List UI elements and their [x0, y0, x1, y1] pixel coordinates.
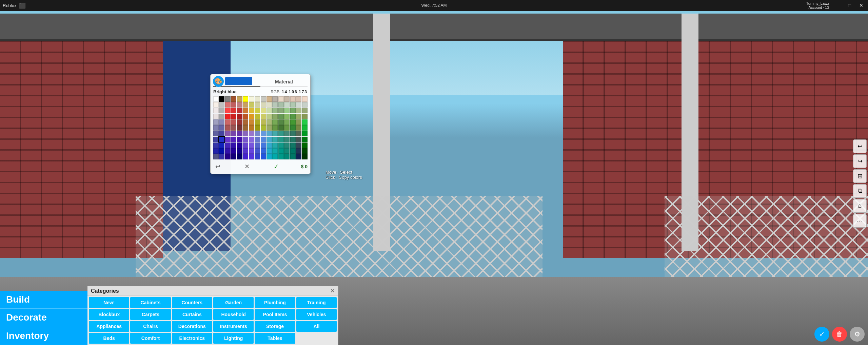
- color-cell-4-5[interactable]: [243, 119, 248, 125]
- close-button[interactable]: ✕: [857, 2, 865, 9]
- color-cell-5-5[interactable]: [243, 125, 248, 131]
- color-cell-6-6[interactable]: [249, 131, 254, 136]
- color-cell-5-7[interactable]: [255, 125, 260, 131]
- color-cell-2-0[interactable]: [213, 108, 219, 113]
- color-cell-1-7[interactable]: [255, 102, 260, 108]
- color-cell-5-10[interactable]: [272, 125, 278, 131]
- color-cell-9-5[interactable]: [243, 148, 248, 154]
- color-cell-8-3[interactable]: [231, 142, 236, 148]
- color-cell-9-9[interactable]: [267, 148, 272, 154]
- color-cell-7-9[interactable]: [267, 137, 272, 142]
- color-cell-0-3[interactable]: [231, 96, 236, 102]
- color-cell-7-6[interactable]: [249, 137, 254, 142]
- categories-close-button[interactable]: ✕: [330, 288, 335, 294]
- color-cell-5-2[interactable]: [225, 125, 231, 131]
- color-cell-8-5[interactable]: [243, 142, 248, 148]
- tab-material[interactable]: Material: [260, 77, 308, 87]
- color-cell-5-0[interactable]: [213, 125, 219, 131]
- category-button-pool-items[interactable]: Pool Items: [255, 309, 295, 320]
- color-cell-2-6[interactable]: [249, 108, 254, 113]
- color-cell-5-15[interactable]: [302, 125, 308, 131]
- category-button-instruments[interactable]: Instruments: [213, 321, 254, 332]
- color-cell-9-2[interactable]: [225, 148, 231, 154]
- cancel-color-button[interactable]: ✕: [242, 162, 252, 171]
- color-cell-4-8[interactable]: [261, 119, 266, 125]
- delete-bottom-button[interactable]: 🗑: [832, 327, 847, 342]
- category-button-decorations[interactable]: Decorations: [172, 321, 212, 332]
- color-cell-2-10[interactable]: [272, 108, 278, 113]
- color-cell-5-14[interactable]: [296, 125, 301, 131]
- color-cell-8-8[interactable]: [261, 142, 266, 148]
- color-cell-10-11[interactable]: [278, 154, 284, 159]
- color-cell-5-3[interactable]: [231, 125, 236, 131]
- color-cell-5-1[interactable]: [219, 125, 224, 131]
- color-cell-4-9[interactable]: [267, 119, 272, 125]
- color-cell-5-12[interactable]: [284, 125, 290, 131]
- category-button-training[interactable]: Training: [296, 297, 337, 308]
- color-cell-1-12[interactable]: [284, 102, 290, 108]
- color-cell-8-11[interactable]: [278, 142, 284, 148]
- category-button-all[interactable]: All: [296, 321, 337, 332]
- settings-bottom-button[interactable]: ⚙: [850, 327, 865, 342]
- color-cell-6-0[interactable]: [213, 131, 219, 136]
- color-cell-1-3[interactable]: [231, 102, 236, 108]
- color-cell-4-0[interactable]: [213, 119, 219, 125]
- color-cell-0-12[interactable]: [284, 96, 290, 102]
- color-cell-0-9[interactable]: [267, 96, 272, 102]
- color-cell-3-6[interactable]: [249, 114, 254, 119]
- color-cell-7-2[interactable]: [225, 137, 231, 142]
- color-cell-3-14[interactable]: [296, 114, 301, 119]
- color-cell-2-8[interactable]: [261, 108, 266, 113]
- color-cell-4-1[interactable]: [219, 119, 224, 125]
- category-button-household[interactable]: Household: [213, 309, 254, 320]
- color-cell-5-13[interactable]: [290, 125, 296, 131]
- color-cell-8-1[interactable]: [219, 142, 224, 148]
- color-cell-4-10[interactable]: [272, 119, 278, 125]
- color-cell-1-14[interactable]: [296, 102, 301, 108]
- color-cell-10-6[interactable]: [249, 154, 254, 159]
- inventory-button[interactable]: Inventory: [0, 327, 87, 345]
- color-cell-6-9[interactable]: [267, 131, 272, 136]
- color-cell-1-5[interactable]: [243, 102, 248, 108]
- color-cell-8-10[interactable]: [272, 142, 278, 148]
- color-cell-9-11[interactable]: [278, 148, 284, 154]
- color-cell-7-3[interactable]: [231, 137, 236, 142]
- color-cell-10-4[interactable]: [237, 154, 242, 159]
- color-cell-10-1[interactable]: [219, 154, 224, 159]
- color-cell-10-15[interactable]: [302, 154, 308, 159]
- color-cell-2-2[interactable]: [225, 108, 231, 113]
- color-cell-3-0[interactable]: [213, 114, 219, 119]
- color-cell-1-1[interactable]: [219, 102, 224, 108]
- color-cell-8-15[interactable]: [302, 142, 308, 148]
- color-cell-6-5[interactable]: [243, 131, 248, 136]
- color-cell-1-9[interactable]: [267, 102, 272, 108]
- color-cell-10-0[interactable]: [213, 154, 219, 159]
- color-cell-3-3[interactable]: [231, 114, 236, 119]
- color-cell-5-11[interactable]: [278, 125, 284, 131]
- color-cell-6-15[interactable]: [302, 131, 308, 136]
- color-cell-6-12[interactable]: [284, 131, 290, 136]
- color-cell-6-2[interactable]: [225, 131, 231, 136]
- build-button[interactable]: Build: [0, 291, 87, 309]
- color-cell-5-6[interactable]: [249, 125, 254, 131]
- color-cell-0-7[interactable]: [255, 96, 260, 102]
- color-cell-4-11[interactable]: [278, 119, 284, 125]
- color-cell-0-15[interactable]: [302, 96, 308, 102]
- category-button-counters[interactable]: Counters: [172, 297, 212, 308]
- color-cell-2-5[interactable]: [243, 108, 248, 113]
- color-cell-8-9[interactable]: [267, 142, 272, 148]
- color-cell-3-8[interactable]: [261, 114, 266, 119]
- color-cell-7-8[interactable]: [261, 137, 266, 142]
- color-cell-6-3[interactable]: [231, 131, 236, 136]
- grid-button[interactable]: ⊞: [853, 169, 867, 183]
- color-cell-6-8[interactable]: [261, 131, 266, 136]
- category-button-curtains[interactable]: Curtains: [172, 309, 212, 320]
- color-cell-0-14[interactable]: [296, 96, 301, 102]
- color-cell-0-1[interactable]: [219, 96, 224, 102]
- color-cell-2-3[interactable]: [231, 108, 236, 113]
- color-cell-4-7[interactable]: [255, 119, 260, 125]
- color-cell-10-7[interactable]: [255, 154, 260, 159]
- color-cell-6-7[interactable]: [255, 131, 260, 136]
- color-cell-9-14[interactable]: [296, 148, 301, 154]
- color-cell-10-13[interactable]: [290, 154, 296, 159]
